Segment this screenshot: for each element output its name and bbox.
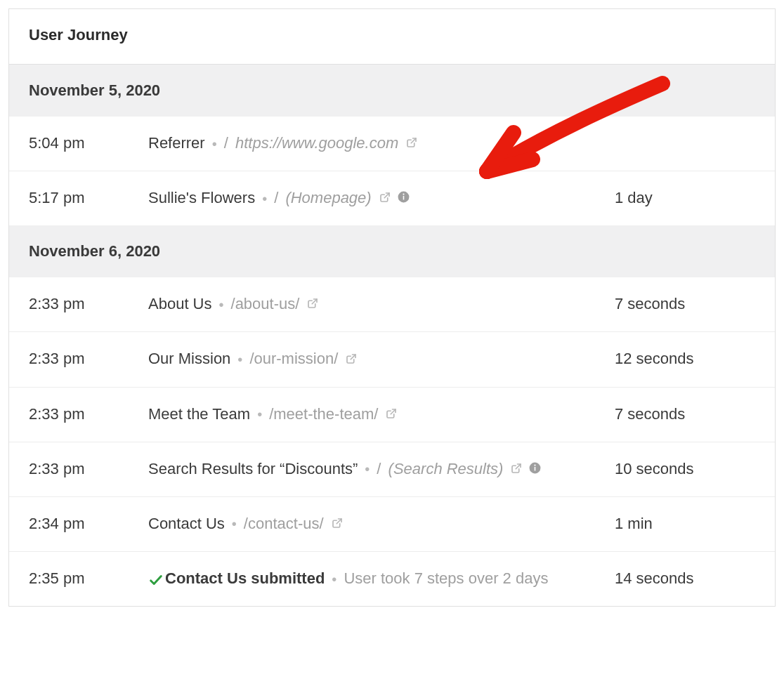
entry-duration: 7 seconds	[615, 293, 755, 315]
entry-summary: User took 7 steps over 2 days	[344, 569, 548, 587]
entry-details: Meet the Team•/meet-the-team/	[148, 403, 615, 426]
external-link-icon[interactable]	[331, 513, 344, 536]
separator-dot: •	[262, 191, 267, 206]
panel-title: User Journey	[29, 26, 755, 44]
journey-row: 2:35 pmContact Us submitted•User took 7 …	[9, 552, 775, 606]
entry-title: Our Mission	[148, 350, 230, 367]
svg-point-2	[403, 194, 404, 195]
journey-entries: 5:04 pmReferrer•/ https://www.google.com…	[9, 117, 775, 225]
entry-time: 5:17 pm	[29, 187, 148, 209]
entry-path: https://www.google.com	[235, 134, 398, 152]
entry-time: 5:04 pm	[29, 132, 148, 154]
entry-path: (Search Results)	[388, 460, 504, 477]
journey-entries: 2:33 pmAbout Us•/about-us/7 seconds2:33 …	[9, 277, 775, 606]
info-icon[interactable]	[397, 187, 410, 210]
separator-dot: •	[257, 407, 262, 422]
entry-title: Contact Us submitted	[165, 569, 325, 587]
svg-point-5	[535, 464, 536, 466]
path-slash: /	[224, 134, 233, 152]
separator-dot: •	[237, 352, 242, 367]
svg-rect-1	[403, 196, 404, 200]
entry-details: Referrer•/ https://www.google.com	[148, 132, 615, 155]
external-link-icon[interactable]	[385, 404, 398, 426]
entry-time: 2:35 pm	[29, 567, 148, 590]
entry-title: Meet the Team	[148, 405, 250, 423]
entry-time: 2:33 pm	[29, 348, 148, 370]
entry-time: 2:33 pm	[29, 403, 148, 426]
entry-title: Referrer	[148, 134, 205, 152]
entry-duration: 10 seconds	[615, 458, 755, 480]
entry-duration: 1 day	[615, 187, 755, 209]
separator-dot: •	[212, 136, 217, 152]
user-journey-panel: User Journey November 5, 20205:04 pmRefe…	[8, 8, 776, 607]
entry-path: /contact-us/	[244, 515, 324, 532]
entry-title: About Us	[148, 295, 212, 312]
external-link-icon[interactable]	[405, 133, 418, 155]
separator-dot: •	[232, 516, 237, 532]
journey-row: 2:33 pmOur Mission•/our-mission/12 secon…	[9, 332, 775, 387]
entry-time: 2:33 pm	[29, 458, 148, 480]
entry-details: About Us•/about-us/	[148, 293, 615, 316]
date-header: November 5, 2020	[9, 65, 775, 117]
entry-details: Contact Us submitted•User took 7 steps o…	[148, 567, 615, 591]
entry-duration: 1 min	[615, 513, 755, 535]
entry-duration: 14 seconds	[615, 567, 755, 590]
entry-title: Contact Us	[148, 515, 225, 532]
external-link-icon[interactable]	[306, 293, 319, 316]
entry-path: /meet-the-team/	[269, 405, 378, 423]
external-link-icon[interactable]	[510, 459, 523, 481]
journey-row: 2:33 pmMeet the Team•/meet-the-team/7 se…	[9, 388, 775, 442]
separator-dot: •	[332, 572, 337, 587]
external-link-icon[interactable]	[379, 187, 391, 210]
entry-path: (Homepage)	[285, 189, 371, 206]
info-icon[interactable]	[528, 459, 542, 481]
entry-details: Our Mission•/our-mission/	[148, 348, 615, 371]
date-header: November 6, 2020	[9, 225, 775, 277]
entry-title: Search Results for “Discounts”	[148, 460, 358, 477]
entry-time: 2:34 pm	[29, 513, 148, 535]
entry-path: /our-mission/	[249, 350, 338, 367]
panel-header: User Journey	[9, 9, 775, 65]
journey-row: 5:04 pmReferrer•/ https://www.google.com	[9, 117, 775, 171]
path-slash: /	[377, 460, 385, 477]
entry-details: Sullie's Flowers•/ (Homepage)	[148, 187, 615, 210]
journey-row: 2:33 pmAbout Us•/about-us/7 seconds	[9, 277, 775, 332]
path-slash: /	[274, 189, 282, 206]
journey-row: 2:33 pmSearch Results for “Discounts”•/ …	[9, 442, 775, 497]
journey-groups: November 5, 20205:04 pmReferrer•/ https:…	[9, 65, 775, 606]
entry-path: /about-us/	[231, 295, 300, 312]
entry-duration: 12 seconds	[615, 348, 755, 370]
entry-details: Contact Us•/contact-us/	[148, 513, 615, 536]
separator-dot: •	[219, 297, 224, 312]
external-link-icon[interactable]	[345, 349, 358, 371]
entry-duration: 7 seconds	[615, 403, 755, 426]
entry-title: Sullie's Flowers	[148, 189, 255, 206]
entry-time: 2:33 pm	[29, 293, 148, 315]
separator-dot: •	[365, 461, 370, 477]
svg-rect-4	[535, 467, 536, 471]
journey-row: 2:34 pmContact Us•/contact-us/1 min	[9, 497, 775, 552]
entry-details: Search Results for “Discounts”•/ (Search…	[148, 458, 615, 481]
check-icon	[148, 568, 165, 591]
journey-row: 5:17 pmSullie's Flowers•/ (Homepage)1 da…	[9, 171, 775, 225]
